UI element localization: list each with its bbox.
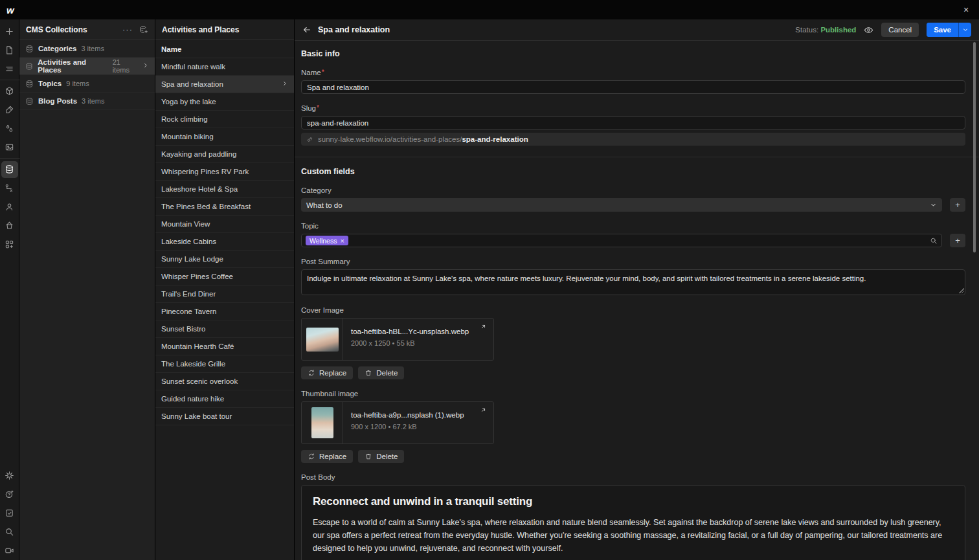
scrollbar[interactable]	[973, 42, 976, 252]
ecommerce-icon[interactable]	[0, 216, 19, 235]
list-item-selected[interactable]: Spa and relaxation	[155, 76, 294, 93]
video-icon[interactable]	[0, 541, 19, 560]
thumbnail-delete-button[interactable]: Delete	[358, 450, 404, 463]
checklist-icon[interactable]	[0, 504, 19, 522]
collection-row-categories[interactable]: Categories 3 items	[19, 40, 155, 58]
thumbnail-image-thumb-cell	[302, 402, 343, 443]
item-label: Whispering Pines RV Park	[161, 168, 249, 175]
components-icon[interactable]	[0, 82, 19, 100]
close-icon[interactable]: ×	[960, 3, 973, 16]
item-label: Lakeside Cabins	[161, 238, 216, 245]
item-title: Spa and relaxation	[318, 25, 390, 34]
cms-collections-title: CMS Collections	[26, 25, 87, 34]
item-label: Lakeshore Hotel & Spa	[161, 185, 238, 193]
collection-row-topics[interactable]: Topics 9 items	[19, 75, 155, 93]
add-element-icon[interactable]	[0, 22, 19, 41]
chevron-down-icon	[930, 201, 937, 208]
add-collection-icon[interactable]	[139, 25, 148, 34]
editor-header: Spa and relaxation Status: Published Can…	[295, 19, 979, 41]
logic-icon[interactable]	[0, 179, 19, 197]
pages-icon[interactable]	[0, 41, 19, 60]
url-prefix: sunny-lake.webflow.io/activities-and-pla…	[318, 135, 462, 143]
collection-row-blog-posts[interactable]: Blog Posts 3 items	[19, 93, 155, 110]
item-label: Sunny Lake Lodge	[161, 255, 223, 263]
list-item[interactable]: Sunset scenic overlook	[155, 373, 294, 390]
back-arrow-icon[interactable]	[302, 25, 311, 34]
list-item[interactable]: Lakeshore Hotel & Spa	[155, 181, 294, 198]
preview-eye-icon[interactable]	[864, 25, 873, 35]
cms-icon[interactable]	[0, 160, 19, 179]
collection-row-activities-and-places[interactable]: Activities and Places 21 items	[19, 58, 155, 75]
list-item[interactable]: Mountain biking	[155, 128, 294, 146]
post-summary-textarea[interactable]: Indulge in ultimate relaxation at Sunny …	[301, 269, 965, 295]
list-item[interactable]: Whispering Pines RV Park	[155, 163, 294, 181]
status-value: Published	[820, 26, 856, 34]
style-panel-icon[interactable]	[0, 100, 19, 119]
cover-image-filename: toa-heftiba-hBL...Yc-unsplash.webp	[351, 328, 469, 335]
list-item[interactable]: Pinecone Tavern	[155, 303, 294, 320]
cover-image-card: toa-heftiba-hBL...Yc-unsplash.webp 2000 …	[301, 318, 494, 361]
list-item[interactable]: Rock climbing	[155, 111, 294, 128]
list-item[interactable]: Sunny Lake boat tour	[155, 408, 294, 425]
cover-image-thumbnail[interactable]	[306, 328, 339, 352]
item-label: Mountain biking	[161, 133, 214, 140]
collection-label: Topics	[38, 80, 62, 87]
list-item[interactable]: Sunny Lake Lodge	[155, 251, 294, 268]
slug-input[interactable]	[301, 116, 965, 129]
save-options-chevron-icon[interactable]	[958, 23, 971, 37]
navigator-icon[interactable]	[0, 60, 19, 78]
post-body-label: Post Body	[301, 473, 965, 481]
item-label: Yoga by the lake	[161, 98, 216, 106]
thumbnail-image-thumbnail[interactable]	[311, 407, 333, 438]
post-summary-label: Post Summary	[301, 258, 965, 265]
list-item[interactable]: Mindful nature walk	[155, 58, 294, 76]
list-item[interactable]: Mountain Hearth Café	[155, 338, 294, 355]
users-icon[interactable]	[0, 197, 19, 216]
thumbnail-replace-button[interactable]: Replace	[301, 450, 353, 463]
help-icon[interactable]	[0, 485, 19, 504]
cover-delete-button[interactable]: Delete	[358, 366, 404, 379]
add-category-button[interactable]: +	[950, 198, 965, 212]
add-topic-button[interactable]: +	[950, 234, 965, 247]
open-image-icon[interactable]	[480, 323, 487, 330]
name-input[interactable]	[301, 80, 965, 94]
cover-replace-button[interactable]: Replace	[301, 366, 353, 379]
open-image-icon[interactable]	[480, 407, 487, 414]
assets-icon[interactable]	[0, 138, 19, 157]
list-item[interactable]: Trail's End Diner	[155, 286, 294, 303]
item-label: The Lakeside Grille	[161, 360, 225, 368]
collection-icon	[25, 45, 34, 53]
remove-tag-icon[interactable]: ×	[340, 237, 344, 245]
list-item[interactable]: Lakeside Cabins	[155, 233, 294, 251]
topic-label: Topic	[301, 222, 965, 230]
collections-menu-icon[interactable]: ···	[122, 25, 133, 34]
webflow-logo-icon[interactable]: w	[6, 5, 14, 16]
items-panel-title: Activities and Places	[162, 25, 239, 34]
item-label: Trail's End Diner	[161, 290, 216, 298]
item-label: Kayaking and paddling	[161, 150, 236, 158]
list-item[interactable]: Sunset Bistro	[155, 320, 294, 338]
list-item[interactable]: Guided nature hike	[155, 390, 294, 408]
post-body-editor[interactable]: Reconnect and unwind in a tranquil setti…	[301, 485, 965, 560]
item-label: The Pines Bed & Breakfast	[161, 203, 251, 210]
settings-icon[interactable]	[0, 466, 19, 485]
list-item[interactable]: The Pines Bed & Breakfast	[155, 198, 294, 216]
variables-icon[interactable]	[0, 119, 19, 138]
category-select[interactable]: What to do	[301, 198, 942, 212]
list-item[interactable]: The Lakeside Grille	[155, 355, 294, 373]
collection-count: 3 items	[81, 45, 104, 52]
item-label: Mountain View	[161, 220, 210, 228]
list-item[interactable]: Kayaking and paddling	[155, 146, 294, 163]
collection-count: 21 items	[113, 58, 138, 74]
list-item[interactable]: Yoga by the lake	[155, 93, 294, 111]
apps-icon[interactable]	[0, 235, 19, 254]
item-label: Mountain Hearth Café	[161, 342, 234, 350]
cover-image-meta: 2000 x 1250 • 55 kB	[351, 339, 469, 347]
search-icon[interactable]	[0, 522, 19, 541]
save-button[interactable]: Save	[927, 23, 958, 37]
list-item[interactable]: Whisper Pines Coffee	[155, 268, 294, 286]
topic-input[interactable]: Wellness ×	[301, 234, 942, 247]
list-item[interactable]: Mountain View	[155, 216, 294, 233]
cancel-button[interactable]: Cancel	[881, 23, 919, 37]
collection-icon	[25, 97, 34, 106]
